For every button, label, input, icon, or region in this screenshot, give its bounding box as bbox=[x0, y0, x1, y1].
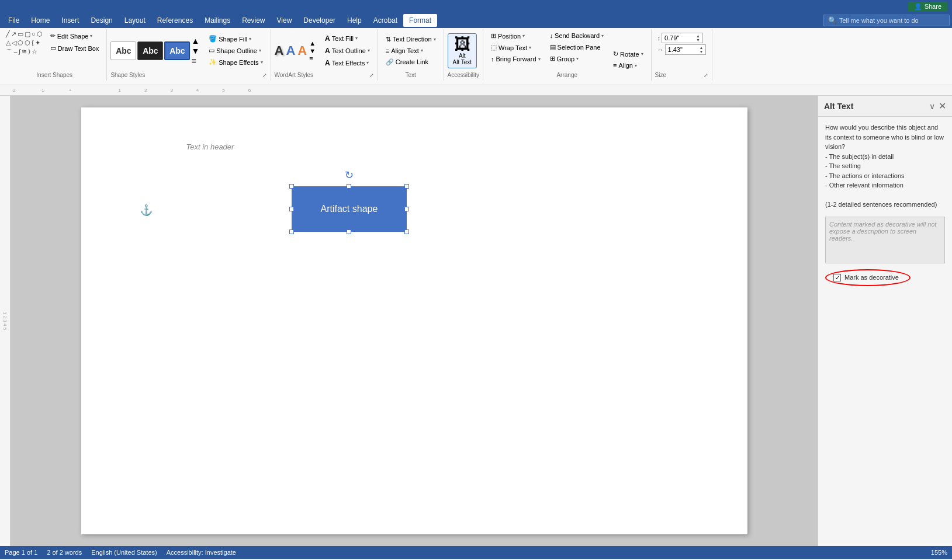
shape-c4[interactable]: ≋ bbox=[22, 48, 27, 57]
draw-text-box-button[interactable]: ▭ Draw Text Box bbox=[46, 43, 103, 54]
shape-effects-dropdown[interactable]: ▾ bbox=[261, 60, 263, 65]
shape-tri[interactable]: △ bbox=[6, 39, 11, 47]
align-button[interactable]: ≡ Align ▾ bbox=[609, 60, 647, 71]
wordart-scroll-up[interactable]: ▲ bbox=[309, 40, 316, 47]
text-effects-button[interactable]: A Text Effects ▾ bbox=[321, 57, 374, 69]
shape-container[interactable]: ↻ Artifact shape bbox=[292, 186, 407, 232]
menu-item-design[interactable]: Design bbox=[85, 14, 118, 27]
create-link-button[interactable]: 🔗 Create Link bbox=[382, 57, 440, 68]
handle-bottom-left[interactable] bbox=[289, 229, 294, 234]
menu-item-mailings[interactable]: Mailings bbox=[199, 14, 236, 27]
shape-more[interactable]: ⬡ bbox=[37, 30, 43, 38]
rotate-button[interactable]: ↻ Rotate ▾ bbox=[609, 48, 647, 60]
position-button[interactable]: ⊞ Position ▾ bbox=[487, 30, 545, 41]
swatch-expand[interactable]: ≡ bbox=[191, 56, 199, 65]
shape-effects-button[interactable]: ✨ Shape Effects ▾ bbox=[205, 57, 266, 68]
text-fill-button[interactable]: A Text Fill ▾ bbox=[321, 33, 374, 44]
wordart-scroll-down[interactable]: ▼ bbox=[309, 47, 316, 54]
shape-line[interactable]: ╱ bbox=[6, 30, 10, 38]
alt-text-button[interactable]: 🖼 Alt Alt Text bbox=[448, 33, 477, 68]
bring-forward-dropdown[interactable]: ▾ bbox=[538, 57, 541, 62]
height-input[interactable] bbox=[664, 34, 694, 41]
selection-pane-button[interactable]: ▤ Selection Pane bbox=[546, 41, 608, 53]
wrap-text-button[interactable]: ⬚ Wrap Text ▾ bbox=[487, 42, 545, 53]
wrap-text-dropdown[interactable]: ▾ bbox=[529, 45, 531, 50]
shape-c6[interactable]: ☆ bbox=[32, 48, 37, 57]
wordart-expand-icon[interactable]: ⤢ bbox=[369, 72, 374, 78]
menu-item-layout[interactable]: Layout bbox=[119, 14, 151, 27]
panel-collapse-icon[interactable]: ∨ bbox=[929, 102, 935, 111]
handle-top-center[interactable] bbox=[347, 184, 351, 189]
text-direction-button[interactable]: ⇅ Text Direction ▾ bbox=[382, 34, 440, 45]
canvas-area[interactable]: Text in header ⚓ ↻ Artifact shape bbox=[11, 96, 818, 546]
menu-item-format[interactable]: Format bbox=[403, 14, 437, 27]
wordart-a-black[interactable]: A bbox=[275, 44, 284, 57]
align-dropdown[interactable]: ▾ bbox=[635, 63, 637, 68]
shape-hex[interactable]: ⬡ bbox=[25, 39, 30, 47]
group-button[interactable]: ⊞ Group ▾ bbox=[546, 53, 608, 64]
edit-shape-dropdown[interactable]: ▾ bbox=[90, 33, 92, 39]
align-text-dropdown[interactable]: ▾ bbox=[421, 48, 423, 53]
search-box[interactable]: 🔍 bbox=[823, 15, 950, 26]
handle-top-left[interactable] bbox=[289, 184, 294, 189]
shape-rect[interactable]: ▭ bbox=[18, 30, 23, 38]
handle-bottom-right[interactable] bbox=[404, 229, 409, 234]
rotate-dropdown[interactable]: ▾ bbox=[641, 51, 643, 57]
share-button[interactable]: 👤 Share bbox=[908, 2, 947, 12]
alt-text-textarea[interactable]: Content marked as decorative will not ex… bbox=[825, 217, 945, 263]
wordart-expand[interactable]: ≡ bbox=[309, 55, 316, 62]
text-outline-button[interactable]: A Text Outline ▾ bbox=[321, 45, 374, 57]
handle-top-right[interactable] bbox=[404, 184, 409, 189]
menu-item-help[interactable]: Help bbox=[341, 14, 368, 27]
text-fill-dropdown[interactable]: ▾ bbox=[355, 36, 358, 41]
accessibility-status[interactable]: Accessibility: Investigate bbox=[167, 549, 236, 556]
size-expand-icon[interactable]: ⤢ bbox=[704, 72, 708, 78]
text-outline-dropdown[interactable]: ▾ bbox=[368, 48, 370, 53]
shape-c2[interactable]: ⌣ bbox=[13, 48, 18, 57]
artifact-shape[interactable]: Artifact shape bbox=[292, 186, 407, 232]
menu-item-review[interactable]: Review bbox=[236, 14, 271, 27]
wordart-a-orange[interactable]: A bbox=[297, 44, 307, 57]
shape-outline-button[interactable]: ▭ Shape Outline ▾ bbox=[205, 45, 266, 56]
shape-styles-expand-icon[interactable]: ⤢ bbox=[262, 72, 267, 78]
shape-pent[interactable]: ⬠ bbox=[18, 39, 23, 47]
handle-middle-right[interactable] bbox=[404, 207, 409, 211]
position-dropdown[interactable]: ▾ bbox=[522, 33, 525, 39]
handle-bottom-center[interactable] bbox=[347, 229, 351, 234]
panel-close-button[interactable]: ✕ bbox=[939, 100, 946, 112]
shape-outline-dropdown[interactable]: ▾ bbox=[259, 48, 261, 53]
shape-arrow[interactable]: ↗ bbox=[11, 30, 16, 38]
swatch-black[interactable]: Abc bbox=[137, 41, 163, 60]
edit-shape-button[interactable]: ✏ Edit Shape ▾ bbox=[46, 30, 103, 41]
swatch-scroll-down[interactable]: ▼ bbox=[191, 46, 199, 55]
send-backward-dropdown[interactable]: ▾ bbox=[601, 33, 604, 39]
menu-item-developer[interactable]: Developer bbox=[297, 14, 341, 27]
mark-decorative-label[interactable]: Mark as decorative bbox=[844, 274, 899, 281]
send-backward-button[interactable]: ↓ Send Backward ▾ bbox=[546, 30, 608, 41]
menu-item-view[interactable]: View bbox=[271, 14, 298, 27]
shape-c3[interactable]: ∫ bbox=[19, 48, 20, 57]
shape-fill-dropdown[interactable]: ▾ bbox=[249, 36, 251, 41]
swatch-white[interactable]: Abc bbox=[110, 41, 136, 60]
shape-rtri[interactable]: ◁ bbox=[12, 39, 16, 47]
shape-c5[interactable]: ⟩ bbox=[28, 48, 30, 57]
text-effects-dropdown[interactable]: ▾ bbox=[366, 60, 369, 65]
swatch-scroll-up[interactable]: ▲ bbox=[191, 36, 199, 46]
shape-c1[interactable]: ⌒ bbox=[6, 48, 12, 57]
shape-star[interactable]: ✦ bbox=[35, 39, 40, 47]
search-input[interactable] bbox=[839, 17, 944, 24]
width-spin[interactable]: ▲ ▼ bbox=[700, 46, 704, 54]
menu-item-acrobat[interactable]: Acrobat bbox=[368, 14, 403, 27]
shape-brace[interactable]: { bbox=[32, 39, 34, 47]
menu-item-references[interactable]: References bbox=[151, 14, 199, 27]
shape-fill-button[interactable]: 🪣 Shape Fill ▾ bbox=[205, 33, 266, 44]
mark-decorative-checkbox[interactable]: ✓ bbox=[833, 274, 841, 281]
wordart-a-blue[interactable]: A bbox=[286, 44, 295, 57]
group-dropdown[interactable]: ▾ bbox=[576, 56, 579, 61]
handle-middle-left[interactable] bbox=[289, 207, 294, 211]
align-text-button[interactable]: ≡ Align Text ▾ bbox=[382, 46, 440, 56]
menu-item-home[interactable]: Home bbox=[25, 14, 56, 27]
shape-rounded-rect[interactable]: ▢ bbox=[25, 30, 30, 38]
menu-item-file[interactable]: File bbox=[2, 14, 25, 27]
bring-forward-button[interactable]: ↑ Bring Forward ▾ bbox=[487, 54, 545, 64]
